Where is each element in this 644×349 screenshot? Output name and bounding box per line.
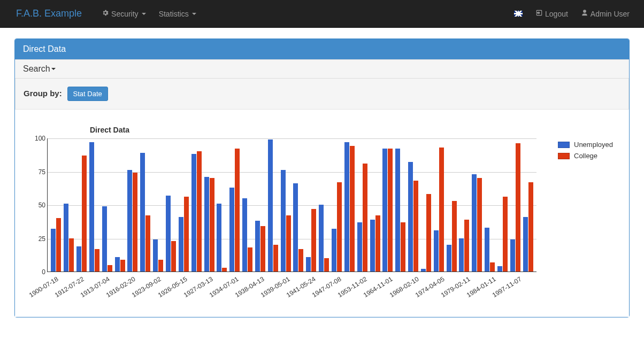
bar-college[interactable] — [133, 173, 137, 272]
bar-college[interactable] — [324, 258, 329, 272]
bar-college[interactable] — [413, 181, 418, 272]
legend-swatch-college — [558, 153, 570, 159]
bar-college[interactable] — [69, 238, 74, 272]
bar-college[interactable] — [477, 178, 482, 272]
bar-unemployed[interactable] — [242, 198, 247, 272]
nav-language[interactable] — [508, 3, 529, 25]
nav-logout[interactable]: Logout — [529, 1, 574, 26]
bar-unemployed[interactable] — [459, 238, 464, 272]
bar-college[interactable] — [222, 268, 227, 272]
nav-statistics-label: Statistics — [159, 10, 189, 18]
search-toggle[interactable]: Search — [15, 59, 629, 79]
bar-group — [279, 170, 292, 272]
bar-college[interactable] — [210, 178, 214, 272]
bar-unemployed[interactable] — [293, 183, 298, 272]
bar-college[interactable] — [464, 220, 469, 272]
bar-unemployed[interactable] — [319, 205, 324, 272]
bar-unemployed[interactable] — [447, 245, 451, 272]
bar-unemployed[interactable] — [204, 177, 209, 272]
bar-college[interactable] — [490, 262, 495, 272]
bar-unemployed[interactable] — [510, 239, 515, 272]
bar-unemployed[interactable] — [89, 142, 94, 272]
bar-unemployed[interactable] — [179, 217, 183, 272]
bar-unemployed[interactable] — [281, 170, 286, 272]
bar-unemployed[interactable] — [306, 257, 311, 272]
bar-unemployed[interactable] — [382, 149, 387, 272]
bar-college[interactable] — [503, 197, 508, 272]
bar-college[interactable] — [516, 143, 520, 272]
bar-college[interactable] — [401, 222, 405, 272]
y-tick-label: 50 — [39, 201, 45, 209]
legend-college[interactable]: College — [558, 152, 613, 160]
bar-college[interactable] — [311, 209, 316, 272]
bar-unemployed[interactable] — [166, 196, 171, 272]
bar-college[interactable] — [452, 201, 457, 272]
bar-group — [407, 162, 420, 272]
bar-unemployed[interactable] — [229, 188, 234, 272]
bar-unemployed[interactable] — [370, 220, 375, 272]
bar-college[interactable] — [388, 149, 393, 272]
bar-unemployed[interactable] — [434, 230, 439, 272]
bar-college[interactable] — [82, 156, 87, 272]
bar-group — [369, 215, 381, 272]
bar-college[interactable] — [108, 265, 112, 272]
bar-group — [63, 204, 75, 272]
brand-link[interactable]: F.A.B. Example — [8, 0, 90, 27]
bar-unemployed[interactable] — [485, 228, 489, 272]
nav-security[interactable]: Security — [95, 1, 152, 26]
bar-college[interactable] — [350, 146, 355, 272]
nav-user[interactable]: Admin User — [574, 1, 636, 26]
bar-unemployed[interactable] — [76, 246, 81, 272]
bar-college[interactable] — [286, 215, 291, 272]
bar-unemployed[interactable] — [102, 206, 107, 272]
bar-college[interactable] — [197, 151, 202, 272]
groupby-stat-date-button[interactable]: Stat Date — [67, 87, 108, 101]
bar-college[interactable] — [337, 182, 342, 272]
gear-icon — [102, 9, 109, 18]
bar-unemployed[interactable] — [472, 174, 477, 272]
bar-unemployed[interactable] — [51, 229, 56, 272]
bar-college[interactable] — [363, 164, 367, 272]
bar-unemployed[interactable] — [395, 149, 400, 272]
bar-college[interactable] — [273, 245, 278, 272]
bar-unemployed[interactable] — [332, 229, 336, 272]
bar-college[interactable] — [158, 260, 163, 272]
bar-group — [101, 206, 113, 272]
bar-unemployed[interactable] — [153, 239, 158, 272]
bar-college[interactable] — [248, 247, 252, 272]
bar-unemployed[interactable] — [115, 257, 120, 272]
bar-unemployed[interactable] — [523, 217, 528, 272]
bar-unemployed[interactable] — [255, 221, 260, 272]
chevron-down-icon — [192, 13, 196, 15]
bar-college[interactable] — [171, 241, 176, 272]
bar-unemployed[interactable] — [64, 204, 68, 272]
chart-area: Direct Data 0255075100 1900-07-181912-07… — [15, 110, 629, 317]
panel-direct-data: Direct Data Search Group by: Stat Date D… — [14, 38, 630, 317]
legend-unemployed[interactable]: Unemployed — [558, 141, 613, 149]
bar-unemployed[interactable] — [127, 170, 132, 272]
nav-statistics[interactable]: Statistics — [152, 2, 203, 26]
x-tick-label: 1968-02-10 — [388, 275, 419, 299]
bar-unemployed[interactable] — [191, 154, 196, 272]
bar-group — [126, 170, 139, 272]
bar-college[interactable] — [235, 149, 240, 272]
bar-college[interactable] — [95, 249, 99, 272]
bar-unemployed[interactable] — [421, 269, 426, 272]
bar-college[interactable] — [120, 260, 125, 272]
bar-college[interactable] — [375, 215, 380, 272]
bar-unemployed[interactable] — [140, 153, 145, 272]
bar-unemployed[interactable] — [217, 204, 221, 272]
bar-college[interactable] — [426, 194, 431, 272]
bar-unemployed[interactable] — [408, 162, 413, 272]
bar-unemployed[interactable] — [497, 266, 502, 272]
bar-unemployed[interactable] — [268, 139, 273, 272]
bar-unemployed[interactable] — [357, 222, 362, 272]
bar-college[interactable] — [439, 148, 444, 272]
bar-college[interactable] — [56, 218, 61, 272]
bar-college[interactable] — [145, 215, 150, 272]
bar-unemployed[interactable] — [344, 142, 349, 272]
bar-college[interactable] — [298, 249, 303, 272]
bar-college[interactable] — [260, 226, 265, 272]
bar-college[interactable] — [184, 197, 189, 272]
bar-college[interactable] — [528, 182, 533, 272]
